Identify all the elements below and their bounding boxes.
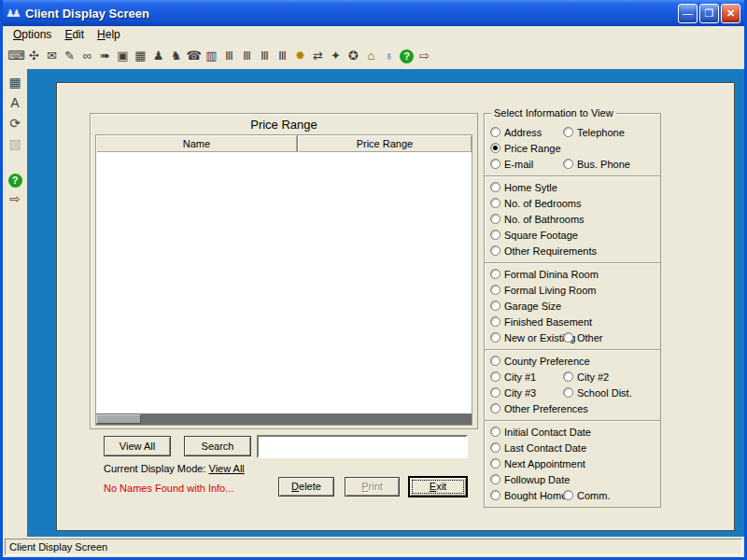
exit-icon[interactable]: ⇨ bbox=[416, 47, 433, 65]
radio-formal-dinina-room[interactable]: Formal Dinina Room bbox=[490, 269, 599, 280]
radio-finished-basement[interactable]: Finished Basement bbox=[490, 316, 592, 328]
key-icon[interactable]: ✦ bbox=[327, 47, 345, 65]
glasses-icon[interactable]: ∞ bbox=[78, 47, 96, 65]
car-icon[interactable]: ➠ bbox=[96, 47, 114, 65]
bank-icon-3[interactable]: Ⅲ bbox=[256, 47, 274, 65]
radio-label: Initial Contact Date bbox=[504, 427, 591, 438]
briefcase-icon[interactable]: ⌂ bbox=[362, 47, 380, 65]
transfer-icon[interactable]: ⇄ bbox=[309, 47, 327, 65]
radio-row: Last Contact Date bbox=[490, 440, 660, 455]
radio-last-contact-date[interactable]: Last Contact Date bbox=[490, 442, 586, 454]
exit-icon[interactable]: ⇨ bbox=[6, 189, 24, 208]
column-header-name[interactable]: Name bbox=[96, 135, 298, 152]
search-input[interactable] bbox=[257, 435, 468, 458]
paw-icon[interactable]: ✣ bbox=[25, 47, 43, 65]
info-panel: Select Information to View AddressTeleph… bbox=[484, 113, 661, 508]
lock-icon[interactable]: ✪ bbox=[345, 47, 362, 65]
menu-edit[interactable]: Edit bbox=[58, 27, 91, 42]
bank-icon-1[interactable]: Ⅲ bbox=[220, 47, 238, 65]
radio-next-appointment[interactable]: Next Appointment bbox=[490, 458, 585, 469]
radio-row: AddressTelephone bbox=[490, 124, 660, 140]
radio-school-dist[interactable]: School Dist. bbox=[563, 387, 632, 399]
star-icon[interactable]: ✹ bbox=[291, 47, 309, 65]
radio-square-footage[interactable]: Square Footage bbox=[490, 230, 578, 241]
image-icon[interactable]: ▧ bbox=[6, 134, 24, 153]
radio-label: Comm. bbox=[577, 490, 610, 501]
radio-row: Formal Dinina Room bbox=[490, 266, 660, 282]
radio-row: Square Footage bbox=[490, 227, 660, 243]
radio-other[interactable]: Other bbox=[563, 332, 603, 343]
column-header-price-range[interactable]: Price Range bbox=[298, 135, 472, 152]
radio-other-preferences[interactable]: Other Preferences bbox=[490, 403, 588, 414]
radio-comm[interactable]: Comm. bbox=[563, 490, 610, 501]
radio-followup-date[interactable]: Followup Date bbox=[490, 474, 570, 485]
scrollbar-thumb[interactable] bbox=[96, 414, 141, 424]
radio-label: E-mail bbox=[504, 159, 533, 170]
font-icon[interactable]: A bbox=[6, 93, 24, 112]
radio-circle bbox=[563, 490, 573, 500]
radio-price-range[interactable]: Price Range bbox=[490, 143, 561, 154]
radio-row: Followup Date bbox=[490, 471, 660, 487]
globe-icon[interactable]: ♁ bbox=[380, 47, 398, 65]
radio-label: Garage Size bbox=[504, 301, 561, 312]
minimize-button[interactable]: — bbox=[678, 4, 698, 23]
radio-county-preference[interactable]: County Preference bbox=[490, 356, 590, 367]
radio-bus-phone[interactable]: Bus. Phone bbox=[563, 159, 630, 170]
calendar-icon[interactable]: ▦ bbox=[132, 47, 149, 65]
radio-label: School Dist. bbox=[577, 387, 632, 399]
bank-icon-4[interactable]: Ⅲ bbox=[274, 47, 291, 65]
radio-label: Other bbox=[577, 332, 603, 343]
radio-other-requirements[interactable]: Other Requirements bbox=[490, 245, 597, 257]
save-icon[interactable]: ▣ bbox=[114, 47, 132, 65]
radio-bought-home[interactable]: Bought Home bbox=[490, 490, 563, 501]
radio-circle bbox=[490, 182, 500, 192]
radio-new-or-existing[interactable]: New or Existing bbox=[490, 332, 563, 343]
radio-formal-living-room[interactable]: Formal Living Room bbox=[490, 285, 596, 296]
list-body[interactable] bbox=[96, 152, 472, 413]
radio-city-3[interactable]: City #3 bbox=[490, 387, 563, 399]
grid-icon[interactable]: ▦ bbox=[6, 73, 24, 91]
radio-city-1[interactable]: City #1 bbox=[490, 371, 563, 383]
radio-initial-contact-date[interactable]: Initial Contact Date bbox=[490, 427, 591, 438]
radio-row: County Preference bbox=[490, 353, 660, 369]
exit-button[interactable]: Exit bbox=[408, 476, 468, 497]
radio-home-sytle[interactable]: Home Sytle bbox=[490, 182, 557, 193]
radio-label: Price Range bbox=[504, 143, 561, 154]
radio-e-mail[interactable]: E-mail bbox=[490, 159, 563, 170]
horizontal-scrollbar[interactable] bbox=[96, 413, 472, 425]
search-button[interactable]: Search bbox=[184, 436, 251, 456]
phone-icon[interactable]: ☎ bbox=[185, 47, 203, 65]
toolbar: ⌨✣✉✎∞➠▣▦♟♞☎▥ⅢⅢⅢⅢ✹⇄✦✪⌂♁?⇨ bbox=[3, 43, 744, 69]
help-icon[interactable]: ? bbox=[8, 174, 22, 188]
maximize-button[interactable]: ❐ bbox=[699, 4, 719, 23]
delete-button[interactable]: Delete bbox=[278, 477, 334, 497]
status-bar: Client Display Screen bbox=[3, 537, 744, 557]
app-icon: ♟♟ bbox=[6, 7, 22, 20]
computer-icon[interactable]: ⌨ bbox=[7, 47, 25, 65]
radio-circle bbox=[490, 198, 500, 208]
person-icon[interactable]: ♟ bbox=[149, 47, 167, 65]
radio-no-of-bedrooms[interactable]: No. of Bedrooms bbox=[490, 198, 582, 209]
radio-label: City #3 bbox=[504, 387, 536, 399]
radio-address[interactable]: Address bbox=[490, 127, 563, 138]
radio-garage-size[interactable]: Garage Size bbox=[490, 301, 561, 312]
menu-bar: Options Edit Help bbox=[3, 26, 744, 43]
close-button[interactable]: ✕ bbox=[721, 4, 740, 23]
view-all-button[interactable]: View All bbox=[104, 436, 171, 456]
radio-telephone[interactable]: Telephone bbox=[563, 127, 625, 138]
help-icon[interactable]: ? bbox=[400, 49, 414, 63]
radio-row: E-mailBus. Phone bbox=[490, 156, 660, 172]
notes-icon[interactable]: ✎ bbox=[61, 47, 78, 65]
people-icon[interactable]: ♞ bbox=[167, 47, 185, 65]
mail-icon[interactable]: ✉ bbox=[43, 47, 61, 65]
radio-row: Next Appointment bbox=[490, 455, 660, 471]
bank-icon-2[interactable]: Ⅲ bbox=[238, 47, 256, 65]
app-window: ♟♟ Client Display Screen — ❐ ✕ Options E… bbox=[0, 0, 747, 560]
refresh-icon[interactable]: ⟳ bbox=[6, 114, 24, 133]
printer-icon[interactable]: ▥ bbox=[203, 47, 220, 65]
print-button[interactable]: Print bbox=[345, 477, 400, 497]
menu-options[interactable]: Options bbox=[7, 27, 58, 42]
menu-help[interactable]: Help bbox=[91, 27, 127, 42]
radio-city-2[interactable]: City #2 bbox=[563, 371, 609, 383]
radio-no-of-bathrooms[interactable]: No. of Bathrooms bbox=[490, 214, 585, 225]
